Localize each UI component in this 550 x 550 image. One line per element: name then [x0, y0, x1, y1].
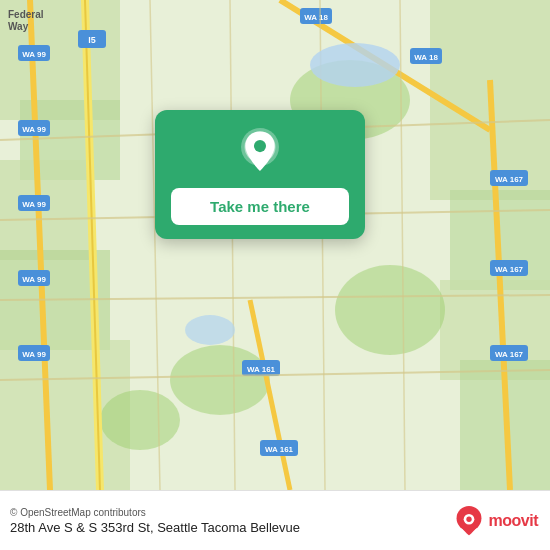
svg-text:WA 99: WA 99 [22, 350, 46, 359]
svg-text:WA 167: WA 167 [495, 175, 524, 184]
svg-text:WA 99: WA 99 [22, 50, 46, 59]
card-overlay: Take me there [155, 110, 365, 239]
moovit-brand-text: moovit [489, 512, 538, 530]
osm-attribution: © OpenStreetMap contributors [10, 507, 300, 518]
bottom-left-info: © OpenStreetMap contributors 28th Ave S … [10, 507, 300, 535]
svg-text:I5: I5 [88, 35, 96, 45]
moovit-logo: moovit [453, 505, 538, 537]
take-me-there-button[interactable]: Take me there [171, 188, 349, 225]
svg-text:WA 99: WA 99 [22, 275, 46, 284]
svg-text:WA 18: WA 18 [304, 13, 328, 22]
svg-text:WA 161: WA 161 [265, 445, 294, 454]
location-pin-icon [235, 128, 285, 178]
map-svg: I5 WA 99 WA 99 WA 99 WA 99 WA 99 WA 167 … [0, 0, 550, 490]
svg-point-63 [466, 516, 471, 521]
svg-point-12 [170, 345, 270, 415]
svg-point-13 [100, 390, 180, 450]
svg-text:WA 167: WA 167 [495, 350, 524, 359]
svg-point-11 [335, 265, 445, 355]
svg-point-55 [185, 315, 235, 345]
svg-text:WA 99: WA 99 [22, 125, 46, 134]
svg-point-60 [254, 140, 266, 152]
svg-text:Federal: Federal [8, 9, 44, 20]
moovit-logo-icon [453, 505, 485, 537]
svg-text:WA 161: WA 161 [247, 365, 276, 374]
svg-text:WA 18: WA 18 [414, 53, 438, 62]
svg-point-54 [310, 43, 400, 87]
location-text: 28th Ave S & S 353rd St, Seattle Tacoma … [10, 520, 300, 535]
bottom-bar: © OpenStreetMap contributors 28th Ave S … [0, 490, 550, 550]
svg-text:Way: Way [8, 21, 29, 32]
svg-text:WA 167: WA 167 [495, 265, 524, 274]
map-container: I5 WA 99 WA 99 WA 99 WA 99 WA 99 WA 167 … [0, 0, 550, 490]
svg-text:WA 99: WA 99 [22, 200, 46, 209]
